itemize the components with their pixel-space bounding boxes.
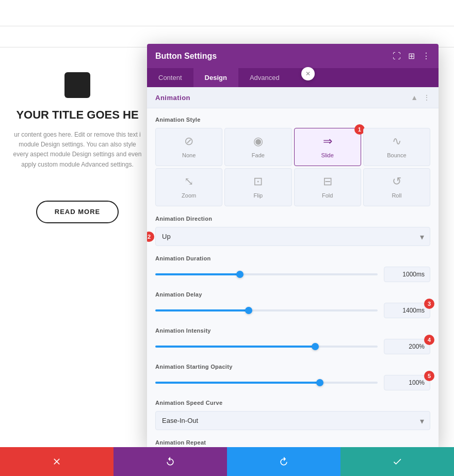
section-menu-icon[interactable]: ⋮ [423, 93, 430, 102]
animation-duration-value: 1000ms [384, 267, 430, 282]
animation-style-grid: ⊘ None ◉ Fade 1 ⇒ Slide [155, 128, 430, 206]
animation-delay-label: Animation Delay [155, 291, 430, 298]
bounce-label: Bounce [387, 152, 406, 158]
flip-label: Flip [254, 192, 263, 199]
anim-option-fade[interactable]: ◉ Fade [224, 128, 291, 166]
animation-intensity-thumb[interactable] [312, 343, 319, 350]
read-more-button[interactable]: READ MORE [36, 201, 119, 223]
animation-duration-fill [155, 273, 240, 275]
panel-title: Button Settings [155, 52, 217, 61]
section-collapse-icon[interactable]: ▲ [411, 93, 418, 102]
fade-label: Fade [252, 152, 265, 158]
animation-speed-curve-field: Animation Speed Curve Ease-In-Out Linear… [155, 400, 430, 430]
anim-option-roll[interactable]: ↺ Roll [363, 168, 430, 206]
cancel-button[interactable] [0, 447, 113, 476]
animation-section-header: Animation ▲ ⋮ [147, 87, 439, 108]
save-button[interactable] [340, 447, 454, 476]
animation-direction-label: Animation Direction [155, 216, 430, 222]
roll-icon: ↺ [368, 175, 426, 188]
bounce-icon: ∿ [368, 135, 426, 148]
fold-icon: ⊟ [299, 175, 356, 188]
animation-intensity-field: Animation Intensity 200% 4 [155, 327, 430, 354]
action-bar [0, 447, 454, 476]
animation-style-field: Animation Style ⊘ None ◉ Fade 1 [155, 117, 430, 206]
animation-starting-opacity-slider-row: 100% 5 [155, 375, 430, 390]
anim-option-fold[interactable]: ⊟ Fold [294, 168, 361, 206]
tab-advanced[interactable]: Advanced [238, 68, 291, 87]
panel-body: Animation ▲ ⋮ Animation Style ⊘ None [147, 87, 439, 448]
panel-close-button[interactable]: ✕ [301, 67, 315, 80]
animation-intensity-fill [155, 346, 315, 348]
animation-repeat-label: Animation Repeat [155, 439, 430, 446]
page-body-text: ur content goes here. Edit or remove thi… [10, 130, 144, 170]
animation-duration-thumb[interactable] [236, 271, 244, 278]
animation-duration-track[interactable] [155, 273, 378, 275]
animation-speed-curve-label: Animation Speed Curve [155, 400, 430, 406]
animation-starting-opacity-thumb[interactable] [316, 379, 323, 386]
slide-icon: ⇒ [299, 135, 356, 148]
anim-option-none[interactable]: ⊘ None [155, 128, 222, 166]
zoom-label: Zoom [182, 192, 196, 199]
animation-delay-slider-row: 1400ms 3 [155, 303, 430, 318]
none-label: None [182, 152, 196, 158]
badge-5: 5 [424, 371, 434, 381]
columns-icon[interactable]: ⊞ [408, 51, 415, 61]
fold-label: Fold [322, 192, 333, 199]
page-title: YOUR TITLE GOES HE [10, 108, 144, 122]
animation-direction-field: Animation Direction 2 Up Down Left Right… [155, 216, 430, 246]
panel-tabs: Content Design Advanced [147, 68, 439, 87]
zoom-icon: ⤡ [160, 175, 218, 188]
tab-design[interactable]: Design [193, 68, 238, 87]
animation-delay-field: Animation Delay 1400ms 3 [155, 291, 430, 318]
animation-starting-opacity-track[interactable] [155, 382, 378, 384]
animation-starting-opacity-fill [155, 382, 320, 384]
flip-icon: ⊡ [229, 175, 287, 188]
anim-option-bounce[interactable]: ∿ Bounce [363, 128, 430, 166]
animation-intensity-track[interactable] [155, 346, 378, 348]
animation-speed-curve-select[interactable]: Ease-In-Out Linear Ease-In Ease-Out [155, 411, 430, 430]
redo-button[interactable] [227, 447, 340, 476]
none-icon: ⊘ [160, 135, 218, 148]
animation-duration-field: Animation Duration 1000ms [155, 255, 430, 282]
animation-delay-fill [155, 309, 249, 311]
animation-intensity-slider-row: 200% 4 [155, 339, 430, 354]
badge-2: 2 [147, 232, 154, 242]
fullscreen-icon[interactable]: ⛶ [393, 52, 401, 61]
anim-option-slide[interactable]: 1 ⇒ Slide [294, 128, 361, 166]
panel-header: Button Settings ⛶ ⊞ ⋮ [147, 44, 439, 68]
badge-3: 3 [424, 299, 434, 309]
animation-speed-curve-wrapper: Ease-In-Out Linear Ease-In Ease-Out ▾ [155, 411, 430, 430]
animation-intensity-label: Animation Intensity [155, 327, 430, 334]
animation-direction-select[interactable]: Up Down Left Right [155, 227, 430, 246]
anim-option-zoom[interactable]: ⤡ Zoom [155, 168, 222, 206]
tab-content[interactable]: Content [147, 68, 193, 87]
animation-style-label: Animation Style [155, 117, 430, 123]
roll-label: Roll [392, 192, 401, 199]
panel-header-icons: ⛶ ⊞ ⋮ [393, 51, 430, 61]
animation-delay-track[interactable] [155, 309, 378, 311]
animation-delay-value: 1400ms 3 [384, 303, 430, 318]
animation-starting-opacity-label: Animation Starting Opacity [155, 364, 430, 370]
slide-label: Slide [321, 152, 333, 158]
animation-duration-slider-row: 1000ms [155, 267, 430, 282]
reset-button[interactable] [113, 447, 227, 476]
animation-starting-opacity-field: Animation Starting Opacity 100% 5 [155, 364, 430, 390]
content-image [64, 72, 90, 98]
animation-intensity-value: 200% 4 [384, 339, 430, 354]
animation-section-title: Animation [155, 94, 190, 102]
panel-content-area: Animation Style ⊘ None ◉ Fade 1 [147, 108, 439, 448]
anim-option-flip[interactable]: ⊡ Flip [224, 168, 291, 206]
animation-duration-label: Animation Duration [155, 255, 430, 261]
animation-starting-opacity-value: 100% 5 [384, 375, 430, 390]
more-icon[interactable]: ⋮ [422, 51, 430, 61]
page-content: YOUR TITLE GOES HE ur content goes here.… [10, 41, 144, 223]
fade-icon: ◉ [229, 135, 287, 148]
settings-panel: Button Settings ⛶ ⊞ ⋮ Content Design Adv… [147, 44, 439, 448]
section-controls: ▲ ⋮ [411, 93, 430, 102]
animation-delay-thumb[interactable] [245, 307, 252, 314]
badge-4: 4 [424, 335, 434, 345]
